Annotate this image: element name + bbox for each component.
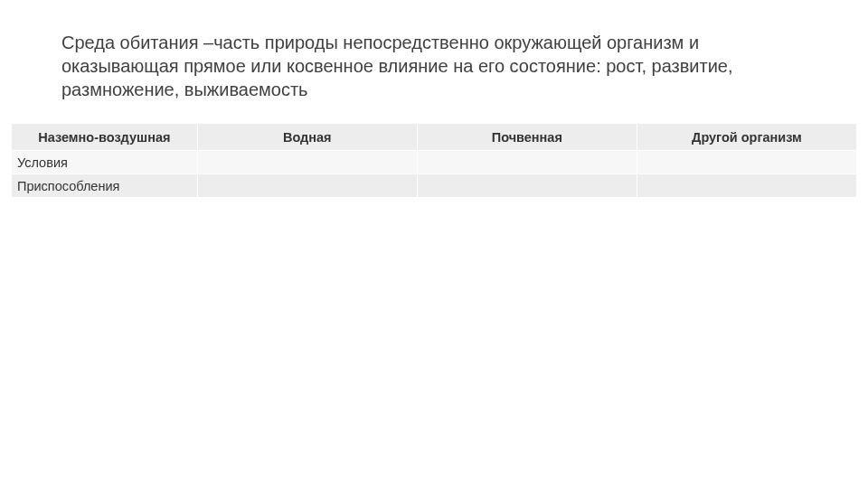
slide-title: Среда обитания –часть природы непосредст… [61, 31, 807, 101]
table-cell [417, 151, 637, 174]
table-row: Приспособления [12, 174, 857, 198]
table-header-cell: Наземно-воздушная [12, 124, 198, 151]
row-label: Условия [12, 151, 198, 174]
table-header-row: Наземно-воздушная Водная Почвенная Друго… [12, 124, 857, 151]
table-cell [197, 174, 417, 198]
habitat-table: Наземно-воздушная Водная Почвенная Друго… [11, 123, 857, 198]
table-row: Условия [12, 151, 857, 174]
table-wrapper: Наземно-воздушная Водная Почвенная Друго… [0, 123, 868, 198]
table-header-cell: Почвенная [417, 124, 637, 151]
table-cell [637, 151, 856, 174]
table-cell [637, 174, 856, 198]
table-header-cell: Другой организм [637, 124, 856, 151]
slide-container: Среда обитания –часть природы непосредст… [0, 0, 868, 198]
table-cell [417, 174, 637, 198]
table-header-cell: Водная [197, 124, 417, 151]
table-cell [197, 151, 417, 174]
row-label: Приспособления [12, 174, 198, 198]
